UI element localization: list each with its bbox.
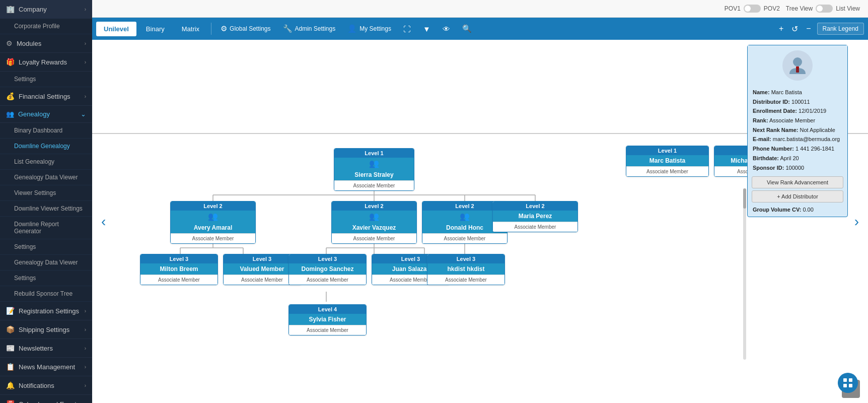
btn-view-rank[interactable]: View Rank Advancement (752, 176, 843, 188)
node-l2-0-icon: 👥 (171, 211, 255, 222)
popup-enroll-value: 12/01/2019 (799, 108, 826, 114)
popup-next-rank-value: Not Applicable (800, 127, 835, 133)
popup-did-value: 100011 (791, 99, 810, 105)
sidebar-item-loyalty-rewards[interactable]: 🎁 Loyalty Rewards › (0, 53, 92, 72)
btn-my-settings[interactable]: 👤 My Settings (342, 22, 396, 36)
search-icon: 🔍 (462, 24, 472, 33)
tab-unilevel[interactable]: Unilevel (96, 22, 136, 36)
node-l3-2-level: Level 3 (289, 254, 366, 263)
node-l2-3[interactable]: Level 2 Maria Perez Associate Member (492, 201, 578, 232)
pov1-toggle-group: POV1 POV2 (725, 5, 780, 13)
sidebar-item-settings3[interactable]: Settings (0, 271, 92, 286)
view-toggle-group: Tree View List View (786, 5, 860, 13)
popup-scrollbar[interactable] (743, 188, 746, 360)
calendar-icon: 📅 (6, 400, 15, 403)
node-l4-0-name: Sylvia Fisher (289, 314, 366, 325)
node-l2-3-level: Level 2 (493, 202, 577, 211)
btn-eye[interactable]: 👁 (438, 22, 455, 36)
btn-add-distributor[interactable]: + Add Distributor (752, 190, 843, 203)
sidebar-item-downline-genealogy[interactable]: Downline Genealogy (0, 139, 92, 154)
btn-zoom-in[interactable]: + (777, 22, 785, 35)
tab-binary[interactable]: Binary (138, 22, 172, 36)
btn-rank-legend[interactable]: Rank Legend (817, 23, 864, 35)
node-l3-2[interactable]: Level 3 Domingo Sanchez Associate Member (288, 254, 367, 285)
modules-icon: ⚙ (6, 39, 13, 47)
shipping-arrow: › (85, 327, 86, 332)
svg-point-17 (793, 57, 802, 66)
pov1-toggle[interactable] (744, 5, 761, 13)
node-l2-0[interactable]: Level 2 👥 Avery Amaral Associate Member (170, 201, 256, 244)
modules-arrow: › (85, 41, 86, 46)
node-root[interactable]: Level 1 👥 Sierra Straley Associate Membe… (334, 148, 414, 191)
sidebar-item-registration[interactable]: 📝 Registration Settings › (0, 302, 92, 320)
newsletters-icon: 📰 (6, 344, 15, 352)
popup-name-line: Name: Marc Batista (753, 88, 842, 97)
sidebar-item-newsletters[interactable]: 📰 Newsletters › (0, 339, 92, 358)
popup-email-label: E-mail: (753, 136, 771, 142)
pov1-label: POV1 (725, 5, 741, 12)
sidebar-item-genealogy-header[interactable]: 👥 Genealogy ⌄ (0, 106, 92, 123)
node-l3-2-name: Domingo Sanchez (289, 263, 366, 275)
sidebar-item-binary-dashboard[interactable]: Binary Dashboard (0, 123, 92, 139)
btn-global-settings[interactable]: ⚙ Global Settings (215, 22, 275, 36)
popup-avatar-section (748, 45, 847, 86)
node-right-0[interactable]: Level 1 Marc Batista Associate Member (626, 146, 709, 177)
sidebar-item-financial[interactable]: 💰 Financial Settings › (0, 87, 92, 106)
sidebar-item-calendar[interactable]: 📅 Calendar and Events › (0, 395, 92, 403)
node-l4-0[interactable]: Level 4 Sylvia Fisher Associate Member (288, 304, 367, 335)
loyalty-icon: 🎁 (6, 58, 15, 66)
node-l3-4-level: Level 3 (427, 254, 504, 263)
sidebar-item-settings2[interactable]: Settings (0, 239, 92, 255)
node-l2-2-type: Associate Member (422, 233, 507, 243)
sidebar-item-shipping[interactable]: 📦 Shipping Settings › (0, 320, 92, 339)
genealogy-icon: 👥 (6, 110, 14, 118)
popup-sponsor-label: Sponsor ID: (753, 165, 784, 171)
popup-volume-label: Group Volume CV: (753, 207, 801, 213)
btn-expand[interactable]: ⛶ (398, 22, 416, 36)
sidebar-item-genealogy-data-viewer[interactable]: Genealogy Data Viewer (0, 170, 92, 185)
view-toggle[interactable] (816, 5, 833, 13)
toolbar-right: + ↺ − Rank Legend (777, 22, 864, 36)
popup-did-line: Distributor ID: 100011 (753, 97, 842, 107)
tab-matrix[interactable]: Matrix (174, 22, 207, 36)
node-l3-4[interactable]: Level 3 hkdist hkdist Associate Member (427, 254, 505, 285)
sidebar-item-settings-loyalty[interactable]: Settings (0, 72, 92, 87)
sidebar-item-company[interactable]: 🏢 Company › (0, 0, 92, 19)
sidebar-item-rebuild-sponsor[interactable]: Rebuild Sponsor Tree (0, 286, 92, 302)
nav-arrow-left[interactable]: ‹ (96, 209, 111, 235)
svg-rect-23 (849, 384, 852, 387)
gear-icon: ⚙ (221, 24, 227, 33)
sidebar-item-notifications[interactable]: 🔔 Notifications › (0, 376, 92, 395)
sidebar-item-list-genealogy[interactable]: List Genealogy (0, 154, 92, 170)
avatar-svg (787, 55, 808, 76)
popup-rank-value: Associate Member (769, 117, 815, 123)
sidebar-item-genealogy-data-viewer2[interactable]: Genealogy Data Viewer (0, 255, 92, 271)
nav-arrow-right[interactable]: › (849, 209, 864, 235)
node-l3-0[interactable]: Level 3 Milton Breem Associate Member (140, 254, 218, 285)
company-icon: 🏢 (6, 5, 15, 13)
node-l2-3-type: Associate Member (493, 222, 577, 232)
float-action-btn[interactable] (838, 373, 858, 393)
btn-admin-settings[interactable]: 🔧 Admin Settings (278, 22, 341, 36)
btn-filter[interactable]: ▼ (418, 22, 436, 36)
sidebar-item-viewer-settings[interactable]: Viewer Settings (0, 185, 92, 201)
node-l4-0-level: Level 4 (289, 305, 366, 314)
sidebar-item-downline-report[interactable]: Downline Report Generator (0, 217, 92, 239)
node-l2-1[interactable]: Level 2 👥 Xavier Vazquez Associate Membe… (331, 201, 417, 244)
node-l3-0-name: Milton Breem (140, 263, 218, 275)
user-settings-icon: 👤 (347, 24, 357, 33)
btn-search[interactable]: 🔍 (457, 22, 477, 36)
sidebar-item-downline-viewer-settings[interactable]: Downline Viewer Settings (0, 201, 92, 217)
sidebar-item-news-management[interactable]: 📋 News Management › (0, 358, 92, 376)
btn-zoom-out[interactable]: − (804, 22, 813, 35)
sidebar-item-modules[interactable]: ⚙ Modules › (0, 34, 92, 53)
sidebar: 🏢 Company › Corporate Profile ⚙ Modules … (0, 0, 92, 403)
node-l2-1-name: Xavier Vazquez (332, 222, 416, 233)
sidebar-item-corporate-profile[interactable]: Corporate Profile (0, 19, 92, 34)
btn-refresh[interactable]: ↺ (789, 22, 800, 36)
svg-rect-21 (849, 378, 852, 382)
filter-icon: ▼ (423, 25, 430, 33)
popup-sponsor-line: Sponsor ID: 100000 (753, 163, 842, 173)
popup-next-rank-line: Next Rank Name: Not Applicable (753, 125, 842, 135)
node-l2-1-level: Level 2 (332, 202, 416, 211)
